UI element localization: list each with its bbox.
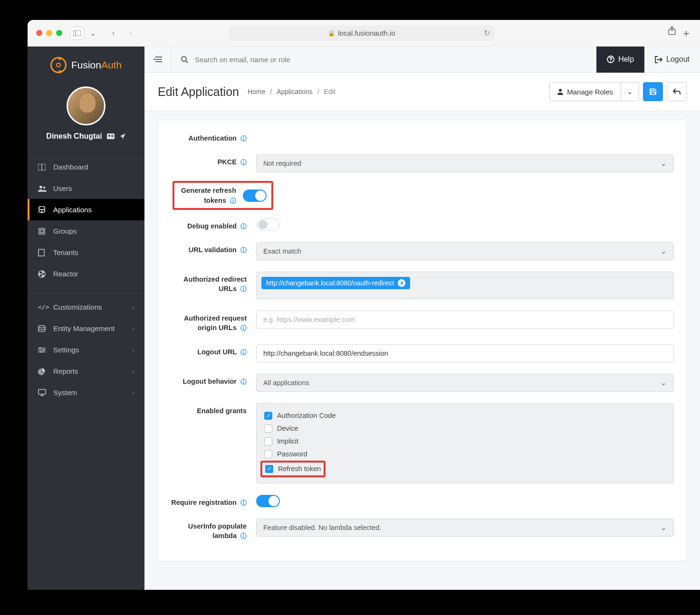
id-card-icon[interactable] [107,133,115,139]
enabled-grants-list: ✓Authorization Code Device Implicit Pass… [256,403,674,483]
url-bar[interactable]: 🔒 local.fusionauth.io ↻ [229,26,495,41]
sidebar-item-reactor[interactable]: Reactor [28,263,144,284]
info-icon[interactable]: ⓘ [230,197,236,204]
row-logout-url: Logout URL ⓘ http://changebank.local:808… [158,339,686,368]
checkbox-icon [264,425,272,433]
label-url-validation: URL validation ⓘ [171,242,247,255]
manage-roles-button[interactable]: Manage Roles [549,82,621,101]
manage-roles-dropdown[interactable]: ⌄ [621,82,639,101]
remove-tag-icon[interactable]: ✕ [398,279,405,287]
logout-icon [655,56,662,63]
save-button[interactable] [643,82,663,101]
redirect-urls-input[interactable]: http://changebank.local:8080/oauth-redir… [256,272,674,299]
logout-button[interactable]: Logout [644,47,700,73]
sidebar-item-applications[interactable]: Applications [28,199,144,220]
info-icon[interactable]: ⓘ [240,285,247,293]
label-debug: Debug enabled ⓘ [171,218,247,231]
svg-point-9 [39,186,42,189]
grant-password[interactable]: Password [264,448,666,461]
location-arrow-icon[interactable] [119,133,126,140]
sidebar-item-reports[interactable]: Reports‹ [28,360,144,382]
highlight-generate-refresh: Generate refresh tokens ⓘ [173,181,273,210]
grant-implicit[interactable]: Implicit [264,435,666,448]
titlebar-right: ＋ [668,26,691,40]
checkbox-icon: ✓ [264,412,272,420]
label-redirect-urls: Authorized redirect URLs ⓘ [171,272,247,294]
chevron-down-icon: ⌄ [661,379,667,387]
info-icon[interactable]: ⓘ [240,324,247,331]
origin-urls-input[interactable]: e.g. https://www.example.com [256,311,674,329]
svg-line-36 [186,61,188,63]
info-icon[interactable]: ⓘ [240,159,247,166]
logo-text: FusionAuth [71,59,122,71]
grant-device[interactable]: Device [264,422,666,435]
nav-secondary: </>Customizations‹ Entity Management‹ Se… [28,293,144,406]
info-icon[interactable]: ⓘ [240,246,247,254]
info-icon[interactable]: ⓘ [240,378,247,385]
close-window-icon[interactable] [36,30,42,36]
pkce-select[interactable]: Not required⌄ [256,154,674,172]
header-actions: Manage Roles ⌄ [549,82,687,101]
info-icon[interactable]: ⓘ [240,349,247,356]
back-button[interactable] [667,82,687,101]
back-button[interactable]: ‹ [106,27,121,40]
crumb-applications[interactable]: Applications [277,88,313,95]
logout-behavior-select[interactable]: All applications⌄ [256,374,674,392]
breadcrumb: Home/ Applications/ Edit [248,88,336,95]
info-icon[interactable]: ⓘ [240,223,247,230]
grant-authorization-code[interactable]: ✓Authorization Code [264,409,666,422]
row-logout-behavior: Logout behavior ⓘ All applications⌄ [158,368,686,397]
highlight-refresh-token: ✓Refresh token [260,461,326,477]
info-icon[interactable]: ⓘ [240,532,247,539]
sidebar-item-system[interactable]: System‹ [28,382,144,403]
userinfo-lambda-select[interactable]: Feature disabled. No lambda selected.⌄ [256,519,674,537]
reactor-icon [38,270,47,278]
avatar[interactable] [67,86,105,125]
generate-refresh-toggle[interactable] [243,189,267,202]
debug-toggle[interactable] [256,218,280,231]
grant-refresh-token[interactable]: ✓Refresh token [265,464,321,474]
info-icon[interactable]: ⓘ [240,135,247,142]
new-tab-icon[interactable]: ＋ [681,26,691,40]
logo-mark-icon [50,57,67,73]
share-icon[interactable] [668,26,676,40]
label-userinfo-lambda: UserInfo populate lambda ⓘ [171,519,247,541]
minimize-window-icon[interactable] [46,30,52,36]
chevron-down-icon[interactable]: ⌄ [86,27,100,40]
maximize-window-icon[interactable] [56,30,62,36]
username: Dinesh Chugtai [46,132,125,141]
browser-window: ⌄ ‹ › 🔒 local.fusionauth.io ↻ ＋ FusionAu… [28,20,700,590]
svg-point-38 [610,61,611,62]
sidebar-item-customizations[interactable]: </>Customizations‹ [28,296,144,318]
refresh-icon[interactable]: ↻ [484,28,490,38]
logout-url-input[interactable]: http://changebank.local:8080/endsession [256,344,674,362]
crumb-home[interactable]: Home [248,88,265,95]
sidebar-item-groups[interactable]: Groups [28,220,144,242]
menu-collapse-icon[interactable] [144,47,171,73]
main-area: Help Logout Edit Application Home/ Appli… [144,47,700,590]
require-registration-toggle[interactable] [256,495,280,507]
row-debug-enabled: Debug enabled ⓘ [158,213,686,237]
sidebar-item-entity-management[interactable]: Entity Management‹ [28,318,144,339]
sidebar-item-dashboard[interactable]: Dashboard [28,156,144,178]
svg-point-10 [43,186,46,189]
search-icon [181,56,188,63]
sidebar-toggle-icon[interactable] [70,27,84,40]
label-pkce: PKCE ⓘ [171,154,247,167]
svg-rect-0 [73,30,81,36]
sidebar-item-label: Reports [53,367,78,375]
sidebar-item-users[interactable]: Users [28,178,144,199]
chevron-left-icon: ‹ [132,326,134,331]
sidebar-item-label: Applications [53,206,92,214]
sidebar-item-settings[interactable]: Settings‹ [28,339,144,360]
help-button[interactable]: Help [596,47,644,73]
nav-primary: Dashboard Users Applications Groups Tena… [28,153,144,287]
sidebar-item-tenants[interactable]: Tenants [28,242,144,263]
search-input[interactable] [195,56,587,64]
content-scroll[interactable]: Authentication ⓘ PKCE ⓘ Not required⌄ Ge… [144,111,700,590]
help-icon [607,56,614,63]
url-validation-select[interactable]: Exact match⌄ [256,242,674,260]
user-icon [557,88,563,95]
info-icon[interactable]: ⓘ [240,499,247,506]
topbar: Help Logout [144,47,700,73]
